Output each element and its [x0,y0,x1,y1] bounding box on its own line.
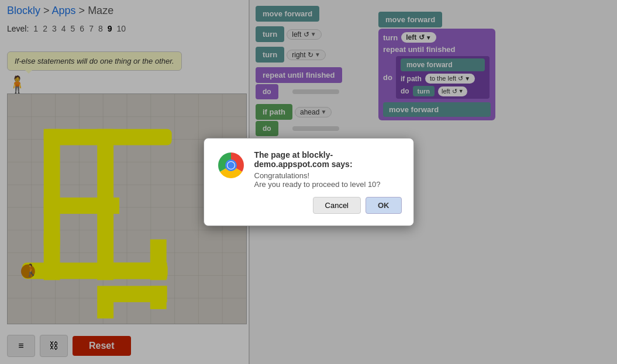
dialog-congrats: Congratulations! [254,171,402,180]
alert-dialog: The page at blockly-demo.appspot.com say… [204,138,414,226]
svg-point-37 [228,162,235,169]
cancel-button[interactable]: Cancel [313,197,361,214]
dialog-text-area: The page at blockly-demo.appspot.com say… [254,150,402,189]
dialog-overlay: The page at blockly-demo.appspot.com say… [0,0,617,364]
dialog-site: The page at blockly-demo.appspot.com say… [254,150,402,169]
chrome-icon [216,150,246,181]
ok-button[interactable]: OK [366,197,402,214]
dialog-question: Are you ready to proceed to level 10? [254,180,402,189]
dialog-buttons: Cancel OK [216,197,402,214]
dialog-header: The page at blockly-demo.appspot.com say… [216,150,402,189]
